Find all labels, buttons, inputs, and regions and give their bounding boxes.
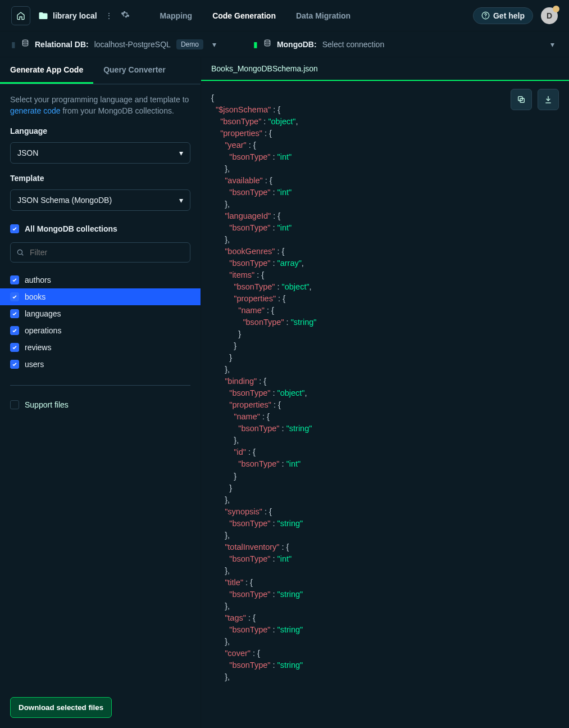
- top-bar: library local ⋮ MappingCode GenerationDa…: [0, 0, 569, 31]
- checkbox-icon: [10, 224, 19, 233]
- sidebar: Generate App CodeQuery Converter Select …: [0, 57, 201, 728]
- divider: [10, 385, 190, 386]
- rel-db-caret-icon[interactable]: ▾: [209, 40, 220, 49]
- topnav-data-migration[interactable]: Data Migration: [296, 1, 350, 30]
- get-help-button[interactable]: Get help: [473, 7, 533, 24]
- collection-label: languages: [25, 309, 61, 318]
- collection-languages[interactable]: languages: [0, 305, 201, 322]
- download-code-button[interactable]: [538, 89, 559, 110]
- file-name: Books_MongoDBSchema.json: [211, 64, 318, 73]
- collection-label: users: [25, 360, 44, 369]
- language-select[interactable]: JSON ▾: [10, 142, 190, 164]
- checkbox-icon: [10, 292, 19, 301]
- mdb-conn: Select connection: [322, 40, 385, 49]
- sidebar-tabs: Generate App CodeQuery Converter: [0, 57, 201, 84]
- avatar-letter: D: [547, 11, 552, 20]
- avatar[interactable]: D: [541, 7, 558, 24]
- file-tab[interactable]: Books_MongoDBSchema.json: [201, 57, 569, 81]
- filter-box[interactable]: [10, 242, 190, 263]
- collection-authors[interactable]: authors: [0, 272, 201, 288]
- sidebar-tab-generate-app-code[interactable]: Generate App Code: [0, 57, 93, 84]
- chevron-down-icon: ▾: [179, 196, 183, 205]
- collection-label: authors: [25, 275, 51, 284]
- project-breadcrumb[interactable]: library local: [38, 11, 97, 21]
- rel-db-conn: localhost-PostgreSQL: [94, 40, 171, 49]
- download-button[interactable]: Download selected files: [10, 697, 112, 718]
- copy-icon: [517, 95, 526, 104]
- collection-users[interactable]: users: [0, 356, 201, 373]
- collections-list: authorsbookslanguagesoperationsreviewsus…: [0, 272, 201, 373]
- code-editor[interactable]: { "$jsonSchema" : { "bsonType" : "object…: [201, 81, 569, 728]
- more-menu-icon[interactable]: ⋮: [105, 11, 113, 20]
- chevron-down-icon: ▾: [179, 148, 183, 157]
- intro-text: Select your programming language and tem…: [10, 94, 190, 116]
- topnav-code-generation[interactable]: Code Generation: [212, 1, 276, 30]
- editor-pane: Books_MongoDBSchema.json { "$jsonSchema"…: [201, 57, 569, 728]
- support-files-label: Support files: [25, 400, 69, 409]
- support-files-toggle[interactable]: Support files: [10, 398, 190, 412]
- collection-label: reviews: [25, 343, 51, 352]
- checkbox-icon: [10, 326, 19, 335]
- rel-db-label: Relational DB:: [35, 40, 89, 49]
- search-icon: [16, 248, 24, 256]
- template-value: JSON Schema (MongoDB): [17, 196, 112, 205]
- checkbox-icon: [10, 275, 19, 284]
- mdb-caret-icon[interactable]: ▾: [547, 40, 558, 49]
- mdb-accent-icon: ▮: [253, 40, 258, 49]
- svg-point-4: [17, 250, 22, 255]
- top-nav: MappingCode GenerationData Migration: [160, 1, 351, 30]
- database-icon: [263, 39, 271, 49]
- download-icon: [544, 95, 553, 104]
- collection-books[interactable]: books: [0, 288, 201, 305]
- collection-label: books: [25, 292, 45, 301]
- project-name: library local: [53, 11, 97, 20]
- settings-icon[interactable]: [121, 10, 130, 21]
- collection-operations[interactable]: operations: [0, 322, 201, 339]
- mdb-label: MongoDB:: [277, 40, 317, 49]
- svg-point-1: [485, 17, 486, 17]
- template-label: Template: [10, 174, 190, 183]
- all-collections-toggle[interactable]: All MongoDB collections: [10, 222, 190, 236]
- svg-point-2: [22, 40, 28, 42]
- code-content: { "$jsonSchema" : { "bsonType" : "object…: [211, 92, 559, 683]
- copy-button[interactable]: [511, 89, 532, 110]
- checkbox-icon: [10, 360, 19, 369]
- template-select[interactable]: JSON Schema (MongoDB) ▾: [10, 189, 190, 211]
- rel-accent-icon: ▮: [11, 40, 16, 49]
- all-collections-label: All MongoDB collections: [25, 224, 117, 233]
- connection-bar: ▮ Relational DB: localhost-PostgreSQL De…: [0, 31, 569, 57]
- database-icon: [21, 39, 29, 49]
- topnav-mapping[interactable]: Mapping: [160, 1, 193, 30]
- language-label: Language: [10, 126, 190, 135]
- collection-reviews[interactable]: reviews: [0, 339, 201, 356]
- checkbox-icon: [10, 309, 19, 318]
- language-value: JSON: [17, 148, 38, 157]
- collection-label: operations: [25, 326, 61, 335]
- generate-code-link[interactable]: generate code: [10, 106, 61, 115]
- svg-point-3: [265, 40, 270, 42]
- sidebar-tab-query-converter[interactable]: Query Converter: [93, 57, 175, 84]
- help-label: Get help: [493, 11, 525, 20]
- checkbox-icon: [10, 400, 19, 409]
- home-icon: [16, 11, 25, 20]
- filter-input[interactable]: [29, 247, 184, 257]
- folder-icon: [38, 11, 48, 21]
- demo-badge: Demo: [176, 39, 203, 49]
- home-button[interactable]: [11, 6, 30, 25]
- help-icon: [481, 11, 490, 20]
- checkbox-icon: [10, 343, 19, 352]
